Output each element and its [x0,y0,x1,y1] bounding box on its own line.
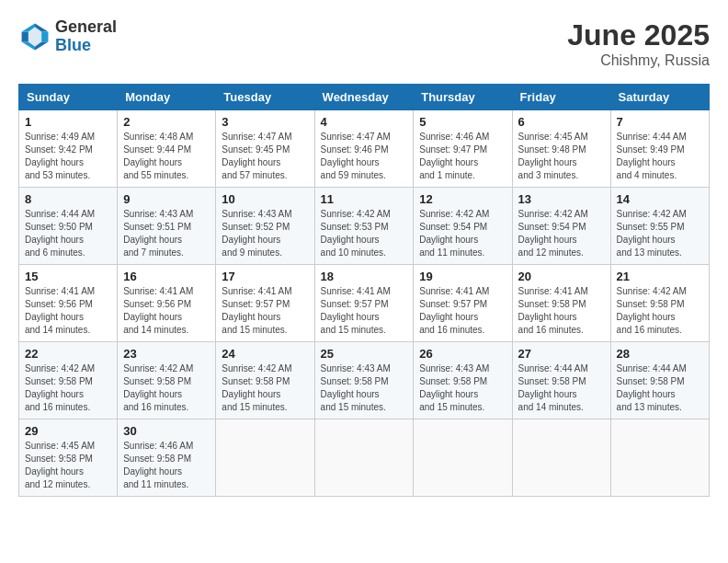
col-friday: Friday [512,85,610,110]
day-info: Sunrise: 4:41 AMSunset: 9:57 PMDaylight … [222,285,308,337]
day-info: Sunrise: 4:41 AMSunset: 9:56 PMDaylight … [25,285,111,337]
table-row: 18Sunrise: 4:41 AMSunset: 9:57 PMDayligh… [314,265,414,342]
day-number: 8 [25,192,111,206]
table-row: 17Sunrise: 4:41 AMSunset: 9:57 PMDayligh… [216,265,314,342]
day-info: Sunrise: 4:41 AMSunset: 9:57 PMDaylight … [419,285,506,337]
day-info: Sunrise: 4:44 AMSunset: 9:49 PMDaylight … [617,131,703,182]
table-row: 9Sunrise: 4:43 AMSunset: 9:51 PMDaylight… [118,188,216,265]
day-info: Sunrise: 4:47 AMSunset: 9:45 PMDaylight … [222,131,308,182]
table-row [512,419,610,497]
day-number: 3 [222,115,308,129]
day-number: 15 [25,270,111,283]
day-number: 25 [321,347,408,361]
day-info: Sunrise: 4:47 AMSunset: 9:46 PMDaylight … [321,131,408,182]
table-row [216,419,314,497]
location: Chishmy, Russia [567,52,710,69]
day-number: 23 [123,347,210,361]
table-row: 22Sunrise: 4:42 AMSunset: 9:58 PMDayligh… [19,342,118,419]
day-number: 7 [617,115,703,129]
day-info: Sunrise: 4:42 AMSunset: 9:53 PMDaylight … [321,208,408,259]
calendar-week-row: 8Sunrise: 4:44 AMSunset: 9:50 PMDaylight… [19,188,710,265]
day-info: Sunrise: 4:46 AMSunset: 9:47 PMDaylight … [419,131,506,182]
table-row [314,419,414,497]
day-number: 28 [617,347,703,361]
table-row: 16Sunrise: 4:41 AMSunset: 9:56 PMDayligh… [118,265,216,342]
day-info: Sunrise: 4:41 AMSunset: 9:56 PMDaylight … [123,285,210,337]
day-number: 14 [617,192,703,206]
day-info: Sunrise: 4:42 AMSunset: 9:54 PMDaylight … [419,208,506,259]
day-info: Sunrise: 4:45 AMSunset: 9:58 PMDaylight … [25,440,111,491]
calendar-week-row: 1Sunrise: 4:49 AMSunset: 9:42 PMDaylight… [19,110,710,188]
day-info: Sunrise: 4:42 AMSunset: 9:54 PMDaylight … [518,208,605,259]
col-tuesday: Tuesday [216,85,314,110]
day-number: 5 [419,115,506,129]
day-number: 13 [518,192,605,206]
day-info: Sunrise: 4:41 AMSunset: 9:57 PMDaylight … [321,285,408,337]
table-row: 4Sunrise: 4:47 AMSunset: 9:46 PMDaylight… [314,110,414,188]
day-info: Sunrise: 4:42 AMSunset: 9:58 PMDaylight … [25,362,111,414]
day-number: 22 [25,347,111,361]
day-number: 6 [518,115,605,129]
day-number: 20 [518,270,605,283]
day-info: Sunrise: 4:43 AMSunset: 9:51 PMDaylight … [123,208,210,259]
logo-general: General [55,18,117,37]
day-number: 11 [321,192,408,206]
table-row: 6Sunrise: 4:45 AMSunset: 9:48 PMDaylight… [512,110,610,188]
calendar-week-row: 22Sunrise: 4:42 AMSunset: 9:58 PMDayligh… [19,342,710,419]
day-number: 1 [25,115,111,129]
calendar-header-row: Sunday Monday Tuesday Wednesday Thursday… [19,85,710,110]
table-row: 2Sunrise: 4:48 AMSunset: 9:44 PMDaylight… [118,110,216,188]
day-number: 10 [222,192,308,206]
table-row: 19Sunrise: 4:41 AMSunset: 9:57 PMDayligh… [414,265,512,342]
day-info: Sunrise: 4:44 AMSunset: 9:50 PMDaylight … [25,208,111,259]
col-saturday: Saturday [610,85,709,110]
table-row: 24Sunrise: 4:42 AMSunset: 9:58 PMDayligh… [216,342,314,419]
table-row: 8Sunrise: 4:44 AMSunset: 9:50 PMDaylight… [19,188,118,265]
day-number: 16 [123,270,210,283]
table-row: 14Sunrise: 4:42 AMSunset: 9:55 PMDayligh… [610,188,709,265]
table-row: 5Sunrise: 4:46 AMSunset: 9:47 PMDaylight… [414,110,512,188]
day-info: Sunrise: 4:43 AMSunset: 9:58 PMDaylight … [419,362,506,414]
page-header: General Blue June 2025 Chishmy, Russia [18,18,710,69]
calendar-week-row: 29Sunrise: 4:45 AMSunset: 9:58 PMDayligh… [19,419,710,497]
day-info: Sunrise: 4:41 AMSunset: 9:58 PMDaylight … [518,285,605,337]
day-number: 19 [419,270,506,283]
day-info: Sunrise: 4:43 AMSunset: 9:52 PMDaylight … [222,208,308,259]
day-number: 17 [222,270,308,283]
table-row [610,419,709,497]
day-number: 18 [321,270,408,283]
day-info: Sunrise: 4:42 AMSunset: 9:58 PMDaylight … [222,362,308,414]
day-info: Sunrise: 4:42 AMSunset: 9:58 PMDaylight … [617,285,703,337]
day-info: Sunrise: 4:45 AMSunset: 9:48 PMDaylight … [518,131,605,182]
table-row: 11Sunrise: 4:42 AMSunset: 9:53 PMDayligh… [314,188,414,265]
svg-marker-2 [41,31,48,41]
day-number: 26 [419,347,506,361]
day-info: Sunrise: 4:42 AMSunset: 9:58 PMDaylight … [123,362,210,414]
month-title: June 2025 [567,18,710,52]
logo-blue: Blue [55,37,117,55]
calendar-week-row: 15Sunrise: 4:41 AMSunset: 9:56 PMDayligh… [19,265,710,342]
day-number: 27 [518,347,605,361]
table-row: 25Sunrise: 4:43 AMSunset: 9:58 PMDayligh… [314,342,414,419]
col-wednesday: Wednesday [314,85,414,110]
table-row: 21Sunrise: 4:42 AMSunset: 9:58 PMDayligh… [610,265,709,342]
day-info: Sunrise: 4:46 AMSunset: 9:58 PMDaylight … [123,440,210,491]
table-row: 26Sunrise: 4:43 AMSunset: 9:58 PMDayligh… [414,342,512,419]
day-number: 21 [617,270,703,283]
day-number: 12 [419,192,506,206]
title-block: June 2025 Chishmy, Russia [567,18,710,69]
col-monday: Monday [118,85,216,110]
day-number: 30 [123,424,210,438]
day-info: Sunrise: 4:44 AMSunset: 9:58 PMDaylight … [617,362,703,414]
table-row: 10Sunrise: 4:43 AMSunset: 9:52 PMDayligh… [216,188,314,265]
day-info: Sunrise: 4:49 AMSunset: 9:42 PMDaylight … [25,131,111,182]
table-row: 28Sunrise: 4:44 AMSunset: 9:58 PMDayligh… [610,342,709,419]
table-row: 1Sunrise: 4:49 AMSunset: 9:42 PMDaylight… [19,110,118,188]
table-row [414,419,512,497]
day-info: Sunrise: 4:43 AMSunset: 9:58 PMDaylight … [321,362,408,414]
table-row: 13Sunrise: 4:42 AMSunset: 9:54 PMDayligh… [512,188,610,265]
logo-text: General Blue [55,18,117,55]
day-number: 4 [321,115,408,129]
table-row: 29Sunrise: 4:45 AMSunset: 9:58 PMDayligh… [19,419,118,497]
day-number: 29 [25,424,111,438]
